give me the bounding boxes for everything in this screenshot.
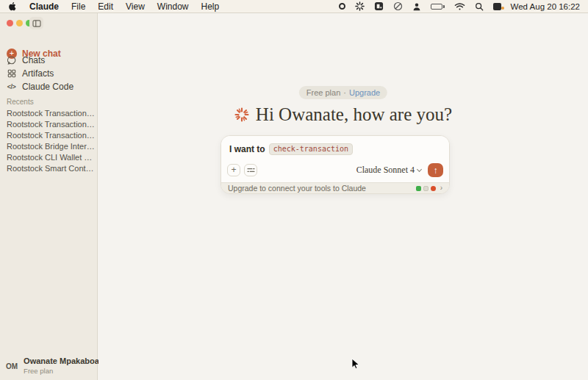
close-window-button[interactable] [7,20,13,26]
recent-chat-item[interactable]: Rootstock CLI Wallet Setup [7,153,95,162]
spotlight-search-icon[interactable] [475,1,484,12]
artifacts-grid-icon [7,69,16,78]
window-traffic-lights [7,20,32,26]
shield-slash-icon[interactable] [393,1,403,12]
sidebar-item-label: Claude Code [22,82,74,92]
sidebar-toggle-button[interactable] [29,17,43,29]
connect-tools-banner[interactable]: Upgrade to connect your tools to Claude … [221,182,449,193]
chevron-down-icon [417,167,422,172]
menubar-app-name[interactable]: Claude [29,1,59,12]
plus-icon: + [231,165,236,174]
claude-starburst-icon[interactable] [355,1,365,12]
greeting: Hi Owanate, how are you? [98,104,588,125]
apple-icon[interactable] [8,1,17,12]
main-content: Free plan · Upgrade Hi Owanate, how are … [98,13,588,380]
plan-label: Free plan [306,88,340,97]
sidebar-item-label: Chats [22,55,45,65]
menubar-clock[interactable]: Wed Aug 20 16:22 [511,2,580,11]
pill-separator: · [343,88,346,97]
menu-extra-app-icon[interactable] [493,1,501,12]
input-source-icon[interactable] [374,1,384,12]
chevron-right-icon[interactable]: › [440,184,442,192]
composer-text[interactable]: I want to check-transaction [229,143,353,155]
minimize-window-button[interactable] [16,20,23,26]
claude-starburst-logo [234,107,249,122]
upgrade-link[interactable]: Upgrade [349,88,380,97]
connector-icon-green [416,186,421,191]
menu-help[interactable]: Help [201,1,220,12]
sidebar-item-artifacts[interactable]: Artifacts [7,68,54,79]
tools-tune-button[interactable] [244,164,257,176]
recent-chat-item[interactable]: Rootstock Transaction Check [7,109,95,118]
connector-icon-red [431,186,436,191]
send-button[interactable]: ↑ [428,163,443,177]
recents-header: Recents [7,98,34,106]
sidebar-item-claude-code[interactable]: </> Claude Code [7,81,74,92]
sidebar-item-chats[interactable]: Chats [7,54,45,65]
chat-bubble-icon [7,56,16,65]
composer-input-area[interactable]: I want to check-transaction + Claude Son… [221,136,449,182]
code-token-chip[interactable]: check-transaction [269,143,353,155]
menu-edit[interactable]: Edit [98,1,113,12]
sidebar-item-label: Artifacts [22,68,54,79]
code-brackets-icon: </> [7,83,16,90]
up-arrow-icon: ↑ [434,165,438,176]
record-status-icon[interactable] [339,1,345,12]
greeting-text: Hi Owanate, how are you? [256,104,452,125]
connector-icons: › [416,184,442,192]
wifi-icon[interactable] [454,1,465,12]
mouse-cursor [351,358,360,373]
banner-text: Upgrade to connect your tools to Claude [228,184,366,193]
claude-app-window: + New chat Chats Artifacts </> Claude Co… [0,13,588,380]
menu-window[interactable]: Window [157,1,189,12]
model-name: Claude Sonnet 4 [356,165,415,176]
menu-view[interactable]: View [126,1,145,12]
attach-button[interactable]: + [227,164,240,176]
connector-icon-gray [423,186,429,191]
recent-chat-item[interactable]: Rootstock Smart Contract Deploy... [7,164,95,173]
battery-icon[interactable] [431,1,445,12]
model-selector[interactable]: Claude Sonnet 4 [356,165,421,176]
user-account-menu[interactable]: OM Owanate Mpakaboari A... Free plan [0,355,98,377]
composer-text-prefix: I want to [229,144,265,154]
plan-upgrade-pill[interactable]: Free plan · Upgrade [299,86,387,99]
recent-chat-item[interactable]: Rootstock Transaction Verification [7,120,95,129]
fast-user-switch-icon[interactable] [412,1,421,12]
message-composer: I want to check-transaction + Claude Son… [220,135,450,194]
avatar: OM [6,362,18,370]
menu-bar: Claude File Edit View Window Help [0,0,588,13]
menu-file[interactable]: File [71,1,85,12]
sidebar: + New chat Chats Artifacts </> Claude Co… [0,13,98,380]
composer-controls: + Claude Sonnet 4 ↑ [227,163,443,177]
recent-chat-item[interactable]: Rootstock Bridge Interaction [7,142,95,151]
recent-chat-item[interactable]: Rootstock Transaction Verification [7,131,95,140]
